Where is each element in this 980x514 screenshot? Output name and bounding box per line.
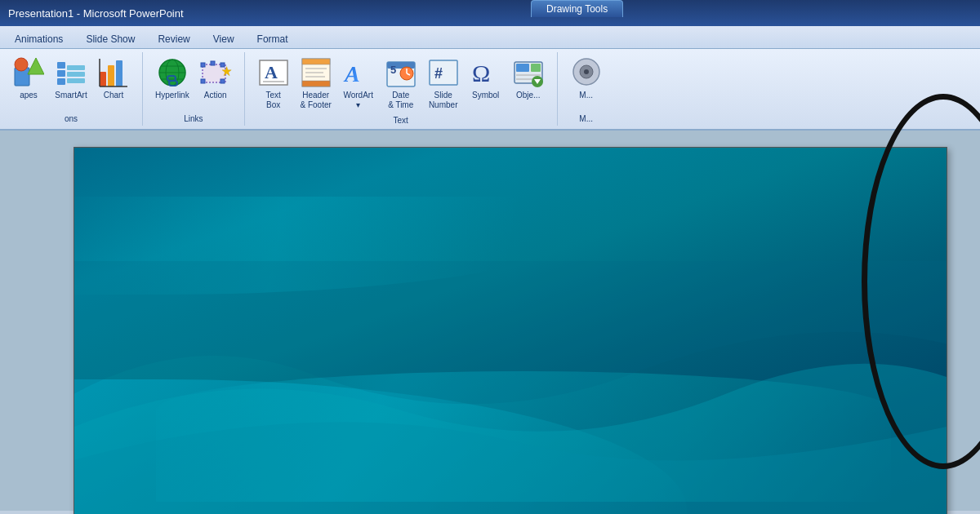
chart-label: Chart (104, 91, 123, 100)
group-links: Hyperlink (143, 52, 245, 126)
hyperlink-icon (156, 56, 189, 89)
svg-rect-50 (531, 64, 541, 72)
symbol-icon: Ω (470, 56, 502, 89)
symbol-button[interactable]: Ω Symbol (466, 54, 506, 103)
ribbon-tabs-row: Animations Slide Show Review View Format (0, 26, 980, 49)
tab-format[interactable]: Format (246, 30, 300, 48)
media-buttons: M... (563, 52, 610, 113)
svg-rect-8 (67, 78, 85, 83)
hyperlink-button[interactable]: Hyperlink (151, 54, 194, 103)
svg-rect-6 (67, 65, 85, 70)
svg-rect-23 (211, 61, 215, 65)
svg-rect-22 (201, 63, 205, 67)
textbox-icon: A (257, 56, 290, 89)
group-text: A TextBox (245, 52, 558, 126)
action-label: Action (204, 91, 227, 100)
title-bar: Presentation1 - Microsoft PowerPoint Dra… (0, 0, 980, 26)
header-footer-icon (300, 56, 332, 89)
svg-text:Ω: Ω (472, 60, 490, 86)
smartart-icon (55, 56, 87, 89)
tab-slideshow[interactable]: Slide Show (74, 30, 146, 48)
svg-text:#: # (434, 65, 443, 82)
svg-rect-49 (516, 64, 529, 72)
group-media: M... M... (558, 52, 615, 126)
ribbon-toolbar: apes SmartArt (0, 49, 980, 131)
tab-review[interactable]: Review (146, 30, 201, 48)
drawing-tools-badge: Drawing Tools (531, 0, 623, 17)
text-group-label: Text (250, 114, 552, 127)
wordart-label: WordArt▾ (343, 91, 373, 110)
header-footer-button[interactable]: Header& Footer (296, 54, 336, 113)
media-icon (570, 56, 603, 89)
slide-svg-waves (74, 261, 947, 514)
svg-rect-24 (220, 63, 225, 67)
textbox-button[interactable]: A TextBox (253, 54, 294, 113)
action-icon (199, 56, 232, 89)
svg-rect-25 (201, 79, 205, 83)
svg-rect-10 (108, 65, 114, 86)
svg-rect-9 (100, 72, 106, 86)
app-title: Presentation1 - Microsoft PowerPoint (8, 7, 972, 20)
slide-number-icon: # (427, 56, 460, 89)
tab-view[interactable]: View (202, 30, 246, 48)
svg-rect-32 (302, 59, 330, 64)
svg-point-2 (15, 58, 28, 71)
object-label: Obje... (516, 91, 540, 100)
media-button[interactable]: M... (566, 54, 607, 103)
slide-area (0, 131, 980, 511)
svg-marker-1 (28, 58, 44, 74)
tab-animations[interactable]: Animations (3, 30, 74, 48)
slide-number-button[interactable]: # SlideNumber (423, 54, 464, 113)
symbol-label: Symbol (472, 91, 499, 100)
date-time-icon: 5 (385, 56, 417, 89)
shapes-button[interactable]: apes (8, 54, 49, 103)
svg-text:5: 5 (390, 64, 396, 76)
text-buttons: A TextBox (250, 52, 552, 114)
svg-rect-7 (67, 72, 85, 77)
illustrations-group-label: ons (5, 113, 137, 126)
links-group-label: Links (148, 113, 239, 126)
shapes-icon (12, 56, 45, 89)
svg-rect-3 (57, 62, 65, 69)
wordart-button[interactable]: A WordArt▾ (338, 54, 379, 113)
svg-rect-33 (302, 81, 330, 86)
action-button[interactable]: Action (195, 54, 236, 103)
object-button[interactable]: Obje... (508, 54, 549, 103)
chart-icon (97, 56, 130, 89)
links-buttons: Hyperlink (148, 52, 239, 113)
date-time-label: Date& Time (388, 91, 413, 110)
illustrations-buttons: apes SmartArt (5, 52, 137, 113)
shapes-label: apes (20, 91, 38, 100)
date-time-button[interactable]: 5 Date& Time (381, 54, 421, 113)
media-group-label: M... (563, 113, 610, 126)
hyperlink-label: Hyperlink (155, 91, 189, 100)
svg-rect-5 (57, 78, 65, 85)
smartart-button[interactable]: SmartArt (51, 54, 91, 103)
slide-number-label: SlideNumber (429, 91, 458, 110)
object-icon (512, 56, 545, 89)
svg-text:A: A (343, 61, 360, 86)
svg-point-57 (584, 69, 589, 74)
wordart-icon: A (342, 56, 375, 89)
svg-rect-4 (57, 70, 65, 77)
group-illustrations: apes SmartArt (0, 52, 143, 126)
chart-button[interactable]: Chart (93, 54, 134, 103)
svg-text:A: A (265, 62, 278, 82)
svg-rect-26 (220, 79, 225, 83)
textbox-label: TextBox (266, 91, 281, 110)
slide-canvas[interactable] (74, 147, 947, 514)
media-label: M... (579, 91, 593, 100)
smartart-label: SmartArt (55, 91, 87, 100)
header-footer-label: Header& Footer (301, 91, 332, 110)
svg-rect-11 (116, 60, 122, 86)
